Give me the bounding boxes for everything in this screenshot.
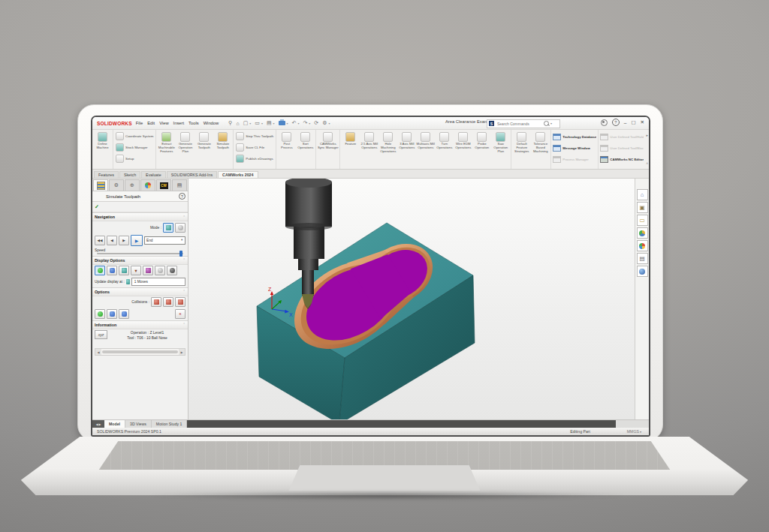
simulation-option1-button[interactable]: [95, 309, 105, 319]
scroll-right-icon[interactable]: ▶: [179, 349, 185, 355]
ribbon-button-saw-operation-plan[interactable]: Saw Operation Plan: [491, 131, 510, 168]
ribbon-button-turn-operations[interactable]: Turn Operations: [435, 131, 454, 168]
ribbon-button-wire-edm-operations[interactable]: Wire EDM Operations: [454, 131, 472, 168]
section-options[interactable]: Options⌃: [92, 287, 188, 296]
custom-properties-icon[interactable]: ▤: [637, 253, 648, 264]
xyz-position-button[interactable]: xyz: [95, 330, 107, 339]
ribbon-button-coordinate-system[interactable]: Coordinate System: [114, 131, 155, 141]
ribbon-button-extract-machinable-features[interactable]: Extract Machinable Features: [157, 131, 176, 168]
ribbon-button-publish-edrawings[interactable]: Publish eDrawings: [234, 153, 275, 164]
models-tab-icon[interactable]: ▣: [637, 202, 648, 213]
step-back-button[interactable]: ◀: [107, 236, 117, 245]
ribbon-button-25-axis-mill-operations[interactable]: 2.5 Axis Mill Operations: [360, 131, 378, 168]
speed-slider[interactable]: [97, 253, 183, 254]
ribbon-button-3-axis-mill-operations[interactable]: 3 Axis Mill Operations: [397, 131, 416, 168]
ribbon-more-icon[interactable]: ▸: [646, 133, 648, 137]
collision-holder-button[interactable]: [163, 297, 173, 307]
new-doc-icon[interactable]: ▢: [243, 120, 249, 126]
ribbon-button-default-feature-strategies[interactable]: Default Feature Strategies: [512, 131, 531, 168]
tab-camworks-2024[interactable]: CAMWorks 2024: [218, 171, 258, 178]
ribbon-button-camworks-nc-editor[interactable]: CAMWorks NC Editor: [599, 154, 644, 164]
ribbon-button-technology-database[interactable]: Technology Database: [552, 131, 597, 142]
display-filter-button[interactable]: ▼: [131, 266, 141, 275]
tab-motion-study-1[interactable]: Motion Study 1: [152, 420, 188, 428]
menu-insert[interactable]: Insert: [173, 121, 185, 125]
collision-flute-button[interactable]: [175, 297, 185, 307]
ribbon-button-probe-operation[interactable]: Probe Operation: [472, 131, 491, 168]
panel-help-icon[interactable]: [179, 193, 185, 200]
tab-featuremanager-tree[interactable]: [93, 179, 108, 191]
ribbon-collapse-icon[interactable]: ˄: [646, 161, 648, 166]
forum-globe-icon[interactable]: [637, 266, 648, 277]
ribbon-button-setup[interactable]: Setup: [114, 153, 155, 164]
sheet-tab-scroll[interactable]: ◀▶: [92, 420, 104, 428]
section-navigation[interactable]: Navigation⌃: [92, 212, 188, 221]
rebuild-icon[interactable]: ⟳: [314, 120, 318, 126]
minimize-button[interactable]: [624, 120, 627, 125]
file-explorer-icon[interactable]: ▭: [637, 215, 648, 226]
display-shaded-button[interactable]: [155, 266, 165, 275]
ribbon-button-message-window[interactable]: Message Window: [552, 143, 597, 153]
ribbon-button-sort-operations[interactable]: Sort Operations: [296, 131, 315, 168]
help-icon[interactable]: [612, 119, 620, 126]
go-to-start-button[interactable]: ◀◀: [95, 236, 105, 245]
mode-turbo-button[interactable]: [175, 223, 185, 233]
tab-camworks-tree[interactable]: CW: [156, 179, 171, 191]
ribbon-button-stock-manager[interactable]: Stock Manager: [114, 142, 155, 152]
display-part-button[interactable]: [107, 266, 117, 275]
panel-horizontal-scrollbar[interactable]: ◀ ▶: [95, 348, 185, 356]
tab-display-pane[interactable]: ▤: [172, 179, 187, 191]
ribbon-button-hole-machining-operations[interactable]: Hole Machining Operations: [378, 131, 397, 168]
close-button[interactable]: [641, 119, 644, 125]
undo-icon[interactable]: ↶: [292, 120, 297, 126]
home-tab-icon[interactable]: ⌂: [637, 189, 648, 200]
appearances-icon[interactable]: [637, 240, 648, 251]
tab-solidworks-add-ins[interactable]: SOLIDWORKS Add-Ins: [167, 171, 217, 178]
display-tool-button[interactable]: [119, 266, 129, 275]
tab-evaluate[interactable]: Evaluate: [141, 171, 166, 178]
simulation-option2-button[interactable]: [107, 309, 117, 319]
tab-model[interactable]: Model: [104, 420, 125, 428]
ribbon-button-feature[interactable]: Feature: [341, 131, 360, 168]
tab-3d-views[interactable]: 3D Views: [125, 420, 152, 428]
menu-view[interactable]: View: [159, 121, 168, 125]
ribbon-button-post-process[interactable]: Post Process: [277, 131, 296, 168]
ribbon-button-generate-toolpath[interactable]: Generate Toolpath: [195, 131, 213, 168]
section-information[interactable]: Information⌃: [92, 320, 188, 329]
restore-button[interactable]: [631, 119, 635, 125]
design-library-icon[interactable]: [637, 227, 648, 239]
scroll-left-icon[interactable]: ◀: [95, 349, 101, 355]
play-button[interactable]: ▶: [131, 235, 143, 246]
display-comparison-button[interactable]: [167, 266, 177, 275]
ribbon-button-generate-operation-plan[interactable]: Generate Operation Plan: [176, 131, 195, 168]
print-icon[interactable]: [279, 121, 285, 125]
ribbon-button-define-machine[interactable]: Define Machine: [93, 131, 112, 168]
search-icon[interactable]: [544, 121, 549, 126]
ribbon-button-save-cl-file[interactable]: Save CL File: [234, 142, 275, 152]
search-input[interactable]: [496, 121, 542, 127]
ribbon-button-simulate-toolpath[interactable]: Simulate Toolpath: [213, 131, 232, 168]
run-to-dropdown[interactable]: End▼: [144, 236, 185, 245]
scrollbar-thumb[interactable]: [102, 350, 178, 353]
ribbon-button-multiaxis-mill-operations[interactable]: Multiaxis Mill Operations: [416, 131, 435, 168]
open-icon[interactable]: ▭: [255, 120, 260, 126]
ok-check-icon[interactable]: ✓: [95, 204, 99, 210]
pin-icon[interactable]: ⚲: [228, 120, 232, 126]
save-icon[interactable]: ▤: [267, 120, 272, 126]
tab-sketch[interactable]: Sketch: [119, 171, 140, 178]
ribbon-button-camworks-sync-manager[interactable]: CAMWorks Sync Manager: [317, 131, 339, 168]
menu-window[interactable]: Window: [204, 121, 219, 125]
tab-configurationmanager[interactable]: ⊕: [125, 179, 140, 191]
status-units[interactable]: MMGS: [627, 429, 641, 434]
search-caret-icon[interactable]: ▾: [550, 122, 552, 125]
login-icon[interactable]: [601, 119, 608, 126]
tab-dimxpert[interactable]: [140, 179, 155, 191]
menu-tools[interactable]: Tools: [188, 121, 199, 125]
display-target-button[interactable]: [95, 266, 105, 275]
end-simulation-button[interactable]: ✕: [175, 309, 185, 319]
redo-icon[interactable]: ↷: [303, 120, 307, 126]
ribbon-button-step-thru-toolpath[interactable]: Step Thru Toolpath: [234, 131, 275, 141]
ribbon-button-tolerance-based-machining[interactable]: Tolerance Based Machining: [531, 131, 550, 168]
collision-stop-button[interactable]: [151, 297, 161, 307]
home-icon[interactable]: ⌂: [236, 121, 239, 126]
